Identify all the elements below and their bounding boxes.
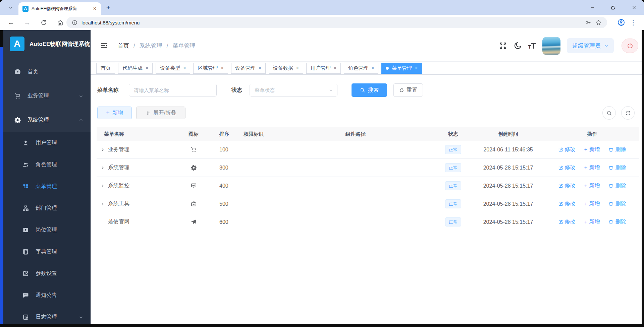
show-search-toggle-button[interactable] (602, 106, 616, 120)
sidebar-item-config[interactable]: 参数设置 (3, 263, 91, 284)
delete-action[interactable]: 删除 (608, 200, 626, 207)
add-button-label: 新增 (112, 110, 123, 117)
tag-roles[interactable]: 角色管理× (344, 63, 378, 74)
bookmark-star-icon[interactable] (595, 19, 602, 26)
fullscreen-icon[interactable] (499, 42, 507, 50)
browser-tab[interactable]: A AutoEE物联网管理系统 × (18, 2, 101, 15)
tag-users[interactable]: 用户管理× (306, 63, 341, 74)
site-info-icon[interactable] (72, 20, 77, 25)
cart-icon (14, 92, 21, 100)
tag-close-icon[interactable]: × (183, 66, 186, 70)
logout-power-button[interactable] (622, 39, 638, 53)
sidebar-item-menus[interactable]: 菜单管理 (3, 176, 91, 197)
tag-close-icon[interactable]: × (259, 66, 261, 70)
close-icon[interactable] (629, 2, 639, 12)
sidebar-item-business[interactable]: 业务管理 (3, 84, 91, 108)
sidebar-item-depts[interactable]: 部门管理 (3, 197, 91, 219)
delete-action-label: 删除 (615, 182, 626, 189)
dashboard-icon (14, 68, 21, 75)
reset-button[interactable]: 重置 (393, 83, 423, 97)
edit-action[interactable]: 修改 (558, 218, 576, 225)
edit-action[interactable]: 修改 (558, 200, 576, 207)
sidebar-item-dicts[interactable]: 字典管理 (3, 241, 91, 263)
dark-mode-moon-icon[interactable] (514, 42, 522, 50)
add-action-label: 新增 (589, 200, 600, 207)
sidebar-item-roles[interactable]: 角色管理 (3, 154, 91, 176)
font-size-icon[interactable]: TT (528, 42, 536, 50)
tag-close-icon[interactable]: × (221, 66, 223, 70)
minimize-icon[interactable] (587, 2, 598, 12)
add-action[interactable]: +新增 (584, 200, 600, 207)
browser-profile-icon[interactable] (617, 18, 625, 26)
delete-action[interactable]: 删除 (608, 182, 626, 189)
delete-action[interactable]: 删除 (608, 164, 626, 171)
expand-row-icon[interactable] (101, 166, 105, 170)
tag-region[interactable]: 区域管理× (193, 63, 228, 74)
edit-action[interactable]: 修改 (558, 182, 576, 189)
add-button[interactable]: + 新增 (97, 107, 132, 119)
sidebar-item-logs[interactable]: 日志管理 (3, 306, 91, 324)
add-action[interactable]: +新增 (584, 146, 600, 153)
sidebar-item-label: 菜单管理 (36, 183, 57, 190)
desktop-edge-strip (0, 47, 3, 324)
add-action[interactable]: +新增 (584, 164, 600, 171)
restore-icon[interactable] (608, 2, 619, 12)
edit-action-label: 修改 (565, 218, 576, 225)
delete-action[interactable]: 删除 (608, 146, 626, 153)
browser-menu-kebab-icon[interactable]: ⋮ (629, 17, 637, 27)
tag-device-data[interactable]: 设备数据× (269, 63, 303, 74)
edit-action[interactable]: 修改 (558, 164, 576, 171)
refresh-table-button[interactable] (621, 106, 635, 120)
sidebar-fold-icon[interactable] (99, 40, 110, 51)
add-action[interactable]: +新增 (584, 182, 600, 189)
trash-icon (608, 201, 613, 206)
add-action[interactable]: +新增 (584, 218, 600, 225)
user-role-dropdown[interactable]: 超级管理员 (567, 38, 614, 53)
tag-home[interactable]: 首页 (96, 63, 115, 74)
tag-close-icon[interactable]: × (415, 66, 418, 70)
breadcrumb-system[interactable]: 系统管理 (140, 42, 162, 50)
add-action-label: 新增 (589, 164, 600, 171)
sidebar-item-posts[interactable]: 岗位管理 (3, 219, 91, 241)
home-icon[interactable] (54, 15, 66, 30)
logo-badge: A (10, 37, 24, 51)
menu-name-input[interactable] (129, 84, 217, 96)
tag-close-icon[interactable]: × (334, 66, 336, 70)
tag-close-icon[interactable]: × (371, 66, 374, 70)
sidebar-item-notices[interactable]: 通知公告 (3, 284, 91, 306)
url-text[interactable]: localhost:88/system/menu (82, 20, 140, 25)
sidebar-item-label: 部门管理 (36, 205, 57, 212)
forward-icon[interactable]: → (21, 15, 33, 30)
tag-close-icon[interactable]: × (146, 66, 148, 70)
tag-codegen[interactable]: 代码生成× (118, 63, 153, 74)
expand-row-icon[interactable] (101, 148, 105, 152)
tag-device-type[interactable]: 设备类型× (156, 63, 190, 74)
sidebar-item-users[interactable]: 用户管理 (3, 132, 91, 154)
tag-close-icon[interactable]: × (296, 66, 299, 70)
passwords-key-icon[interactable] (585, 19, 591, 26)
sidebar-item-home[interactable]: 首页 (3, 60, 91, 84)
search-button[interactable]: 搜索 (352, 83, 387, 97)
tab-close-icon[interactable]: × (92, 5, 98, 12)
back-icon[interactable]: ← (5, 15, 17, 30)
expand-row-icon[interactable] (101, 202, 105, 206)
tab-search-chevron-icon[interactable] (6, 3, 15, 11)
reload-icon[interactable] (38, 15, 49, 30)
url-bar[interactable]: localhost:88/system/menu (66, 17, 607, 28)
menu-name: 系统管理 (108, 164, 129, 171)
tag-device[interactable]: 设备管理× (231, 63, 266, 74)
delete-action[interactable]: 删除 (608, 218, 626, 225)
tag-menus-active[interactable]: 菜单管理× (381, 63, 422, 74)
tree-table-icon (22, 183, 29, 190)
status-select[interactable]: 菜单状态 (250, 84, 337, 96)
app-logo[interactable]: A AutoEE物联网管理系统 (3, 30, 91, 58)
edit-action[interactable]: 修改 (558, 146, 576, 153)
created-time: 2024-05-28 15:15:17 (472, 201, 545, 207)
sidebar-item-system[interactable]: 系统管理 (3, 108, 91, 132)
expand-row-icon[interactable] (101, 184, 105, 188)
avatar[interactable] (542, 37, 560, 55)
breadcrumb-home[interactable]: 首页 (118, 42, 129, 50)
new-tab-button[interactable]: + (104, 3, 113, 12)
expand-collapse-button[interactable]: 展开/折叠 (136, 107, 185, 119)
menu-name: 若依官网 (108, 218, 129, 225)
